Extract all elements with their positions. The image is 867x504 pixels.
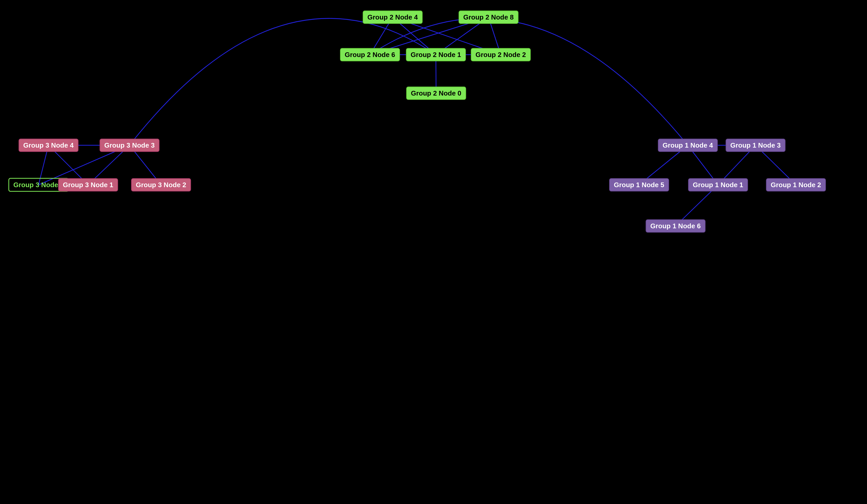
node-group2_node4[interactable]: Group 2 Node 4 bbox=[363, 11, 422, 24]
node-group1_node2[interactable]: Group 1 Node 2 bbox=[766, 178, 826, 191]
node-group2_node1[interactable]: Group 2 Node 1 bbox=[406, 48, 466, 62]
edges-svg bbox=[0, 0, 867, 504]
node-group1_node6[interactable]: Group 1 Node 6 bbox=[645, 219, 706, 233]
node-group3_node1[interactable]: Group 3 Node 1 bbox=[58, 178, 118, 191]
node-group1_node5[interactable]: Group 1 Node 5 bbox=[609, 178, 669, 191]
node-group2_node2[interactable]: Group 2 Node 2 bbox=[471, 48, 531, 62]
node-group1_node1[interactable]: Group 1 Node 1 bbox=[688, 178, 748, 191]
node-group1_node4[interactable]: Group 1 Node 4 bbox=[658, 139, 718, 152]
node-group1_node3[interactable]: Group 1 Node 3 bbox=[726, 139, 785, 152]
node-group3_node2[interactable]: Group 3 Node 2 bbox=[131, 178, 191, 191]
node-group2_node0[interactable]: Group 2 Node 0 bbox=[406, 87, 466, 100]
node-group3_node3[interactable]: Group 3 Node 3 bbox=[99, 139, 159, 152]
node-group2_node6[interactable]: Group 2 Node 6 bbox=[340, 48, 400, 62]
node-group2_node8[interactable]: Group 2 Node 8 bbox=[459, 11, 518, 24]
graph-canvas: Group 2 Node 4Group 2 Node 8Group 2 Node… bbox=[0, 0, 867, 504]
edge-group2_node6-group1_node4 bbox=[370, 19, 688, 145]
edge-group2_node1-group3_node3 bbox=[129, 19, 436, 145]
node-group3_node4[interactable]: Group 3 Node 4 bbox=[19, 139, 78, 152]
